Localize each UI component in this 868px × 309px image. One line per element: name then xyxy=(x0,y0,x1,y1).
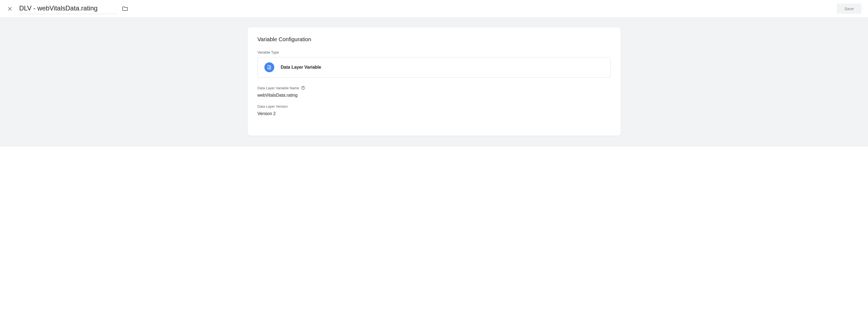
variable-type-label: Variable Type xyxy=(257,50,611,54)
variable-title-input[interactable] xyxy=(19,3,117,14)
close-icon xyxy=(7,6,12,11)
help-icon[interactable] xyxy=(301,86,305,90)
folder-icon xyxy=(122,5,128,12)
dlv-version-value: Version 2 xyxy=(257,111,611,116)
variable-configuration-card: Variable Configuration Variable Type Dat… xyxy=(248,27,621,136)
variable-type-selector[interactable]: Data Layer Variable xyxy=(257,57,611,78)
content-area: Variable Configuration Variable Type Dat… xyxy=(0,18,868,147)
folder-button[interactable] xyxy=(121,5,129,12)
dlv-name-label-text: Data Layer Variable Name xyxy=(257,86,299,90)
dlv-version-field: Data Layer Version Version 2 xyxy=(257,104,611,116)
card-heading: Variable Configuration xyxy=(257,36,611,43)
variable-type-value: Data Layer Variable xyxy=(281,65,321,70)
dlv-name-value: webVitalsData.rating xyxy=(257,93,611,98)
data-layer-variable-icon xyxy=(265,62,274,72)
save-button[interactable]: Save xyxy=(837,4,861,14)
close-button[interactable] xyxy=(7,5,13,12)
dlv-name-field: Data Layer Variable Name webVitalsData.r… xyxy=(257,86,611,98)
dlv-name-label: Data Layer Variable Name xyxy=(257,86,611,90)
header-bar: Save xyxy=(0,0,868,18)
dlv-version-label: Data Layer Version xyxy=(257,104,611,109)
